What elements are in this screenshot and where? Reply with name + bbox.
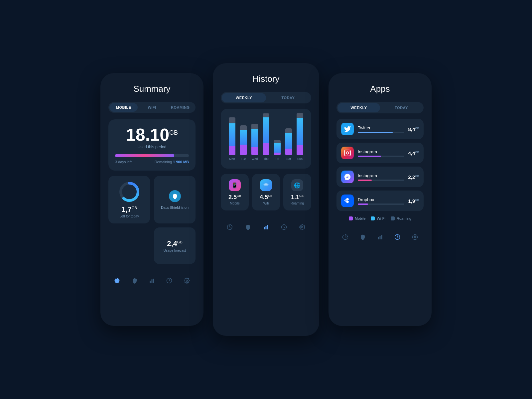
apps-bottom-nav: [336, 228, 424, 242]
app-row-twitter: Twitter 8,4GB: [336, 119, 424, 139]
forecast-value: 2,4GB: [167, 239, 183, 248]
roaming-value: 1.1GB: [291, 194, 304, 201]
dropbox-icon: [341, 195, 354, 207]
nav-settings[interactable]: [182, 276, 192, 285]
shield-card: Data Shield is on: [154, 176, 196, 223]
stat-wifi: 4.5GB Wifi: [252, 174, 280, 210]
summary-tab-bar: MOBILE WIFI ROAMING: [108, 102, 196, 113]
svg-point-7: [266, 187, 266, 188]
svg-rect-2: [150, 281, 151, 283]
twitter-name: Twitter: [358, 125, 404, 130]
hnav-pie[interactable]: [225, 222, 234, 232]
hnav-bars[interactable]: [261, 222, 271, 232]
nav-clock[interactable]: [165, 276, 174, 285]
messenger-info: Instagram: [358, 173, 404, 181]
mobile-value: 2.5GB: [228, 194, 241, 201]
hnav-clock[interactable]: [279, 222, 289, 232]
roaming-label: Roaming: [291, 201, 304, 205]
twitter-info: Twitter: [358, 125, 404, 133]
svg-rect-13: [344, 150, 350, 156]
days-left: 3 days left: [115, 160, 132, 164]
forecast-label: Usage forecast: [164, 249, 186, 252]
anav-bars[interactable]: [375, 232, 385, 242]
instagram-size: 4,4GB: [408, 150, 419, 156]
history-tab-weekly[interactable]: WEEKLY: [222, 93, 266, 102]
bar-label-sun: Sun: [297, 157, 303, 161]
remaining-value: 1 900 MB: [173, 160, 189, 164]
anav-settings[interactable]: [410, 232, 420, 242]
bar-mon: Mon: [227, 114, 237, 161]
instagram-name: Instagram: [358, 149, 404, 154]
nav-shield[interactable]: [130, 276, 139, 285]
data-usage-box: 18.10GB Used this period 3 days left Rem…: [108, 119, 196, 171]
messenger-icon: [341, 171, 354, 183]
anav-shield[interactable]: [358, 232, 367, 242]
tab-mobile[interactable]: MOBILE: [109, 103, 138, 112]
shield-label: Data Shield is on: [161, 205, 189, 209]
history-card: History WEEKLY TODAY Mon: [213, 63, 319, 336]
svg-rect-4: [153, 279, 154, 283]
history-title: History: [221, 74, 311, 84]
messenger-size: 2,2GB: [408, 174, 419, 180]
bar-label-mon: Mon: [229, 157, 235, 161]
svg-rect-10: [267, 225, 268, 229]
apps-legend: Mobile Wi-Fi Roaming: [336, 216, 424, 220]
twitter-size: 8,4GB: [408, 126, 419, 132]
svg-rect-17: [381, 235, 382, 239]
app-row-dropbox: Dropbox 1,9GB: [336, 191, 424, 211]
svg-point-6: [186, 280, 188, 282]
instagram-bar: [358, 156, 404, 157]
history-tab-today[interactable]: TODAY: [266, 93, 310, 102]
apps-tab-bar: WEEKLY TODAY: [336, 102, 424, 113]
donut-chart: [119, 181, 140, 202]
svg-rect-3: [151, 279, 152, 283]
bar-thu: Thu: [261, 114, 271, 161]
stat-mobile: 📱 2.5GB Mobile: [221, 174, 249, 210]
hnav-shield[interactable]: [243, 222, 253, 232]
stat-roaming: 🌐 1.1GB Roaming: [283, 174, 311, 210]
instagram-icon: [341, 147, 354, 159]
app-row-messenger: Instagram 2,2GB: [336, 167, 424, 187]
messenger-bar: [358, 180, 404, 181]
nav-pie[interactable]: [112, 276, 122, 285]
legend-roaming: Roaming: [391, 216, 411, 220]
summary-title: Summary: [108, 84, 196, 94]
nav-bars[interactable]: [147, 276, 157, 285]
anav-pie[interactable]: [340, 232, 350, 242]
mobile-label: Mobile: [230, 201, 239, 205]
apps-tab-weekly[interactable]: WEEKLY: [337, 103, 380, 112]
svg-point-19: [414, 236, 416, 238]
progress-bar-bg: [115, 154, 189, 157]
bar-label-thu: Thu: [263, 157, 269, 161]
svg-rect-16: [379, 236, 380, 239]
progress-meta: 3 days left Remaining 1 900 MB: [115, 160, 189, 164]
legend-wifi-label: Wi-Fi: [377, 216, 385, 220]
legend-roaming-label: Roaming: [397, 216, 411, 220]
apps-title: Apps: [336, 84, 424, 94]
tab-wifi[interactable]: WIFI: [138, 103, 166, 112]
bar-label-fri: Fri: [276, 157, 279, 161]
shield-icon: [169, 190, 181, 202]
data-usage-label: Used this period: [115, 145, 189, 149]
apps-tab-today[interactable]: TODAY: [380, 103, 423, 112]
twitter-icon: [341, 123, 354, 135]
legend-mobile: Mobile: [349, 216, 365, 220]
progress-bar-fill: [115, 154, 174, 157]
wifi-icon: [260, 179, 272, 191]
summary-bottom-nav: [108, 272, 196, 285]
anav-clock[interactable]: [393, 232, 402, 242]
bar-sat: Sat: [284, 114, 293, 161]
bar-label-tue: Tue: [241, 157, 246, 161]
stat-cards-row: 📱 2.5GB Mobile 4.5GB Wifi 🌐 1.1GB Roamin…: [221, 174, 311, 210]
wifi-value: 4.5GB: [260, 194, 272, 201]
roaming-icon: 🌐: [291, 179, 303, 191]
bar-fri: Fri: [273, 114, 282, 161]
bar-label-wed: Wed: [252, 157, 258, 161]
app-row-instagram: Instagram 4,4GB: [336, 143, 424, 163]
tab-roaming[interactable]: ROAMING: [166, 103, 195, 112]
svg-rect-9: [265, 226, 266, 229]
legend-mobile-label: Mobile: [355, 216, 365, 220]
twitter-bar: [358, 132, 404, 133]
history-chart: Mon Tue: [221, 109, 311, 169]
hnav-settings[interactable]: [298, 222, 307, 232]
